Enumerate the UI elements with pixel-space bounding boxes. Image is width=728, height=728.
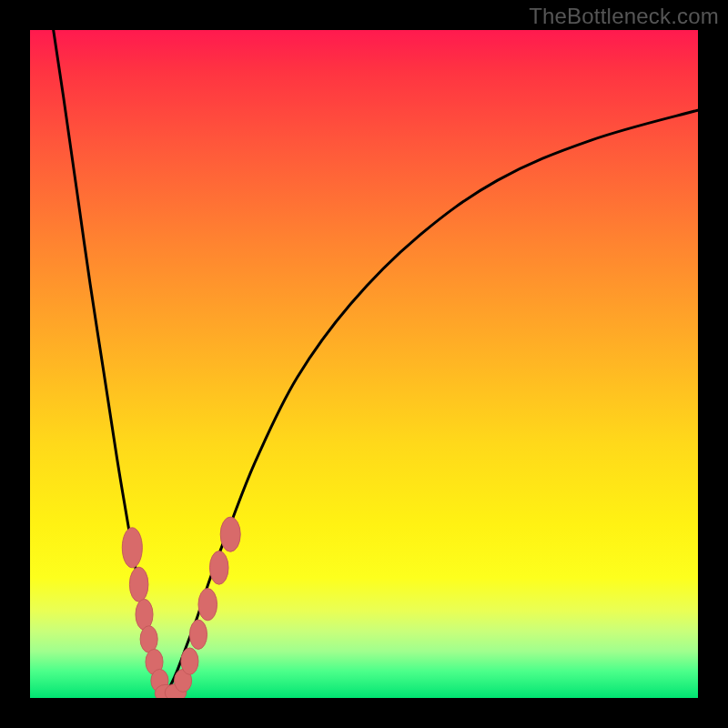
plot-area [30, 30, 698, 698]
data-marker [189, 620, 207, 649]
watermark-label: TheBottleneck.com [529, 4, 719, 29]
data-marker [129, 567, 148, 602]
data-marker [209, 551, 228, 585]
chart-frame: TheBottleneck.com [0, 0, 728, 728]
data-marker [220, 517, 240, 551]
data-marker [136, 599, 153, 630]
curve-right-branch [165, 110, 698, 696]
data-marker [122, 528, 142, 568]
curve-left-branch [54, 30, 166, 696]
data-marker [198, 589, 217, 621]
data-marker [181, 648, 198, 674]
chart-svg [30, 30, 698, 698]
data-marker [140, 626, 157, 652]
